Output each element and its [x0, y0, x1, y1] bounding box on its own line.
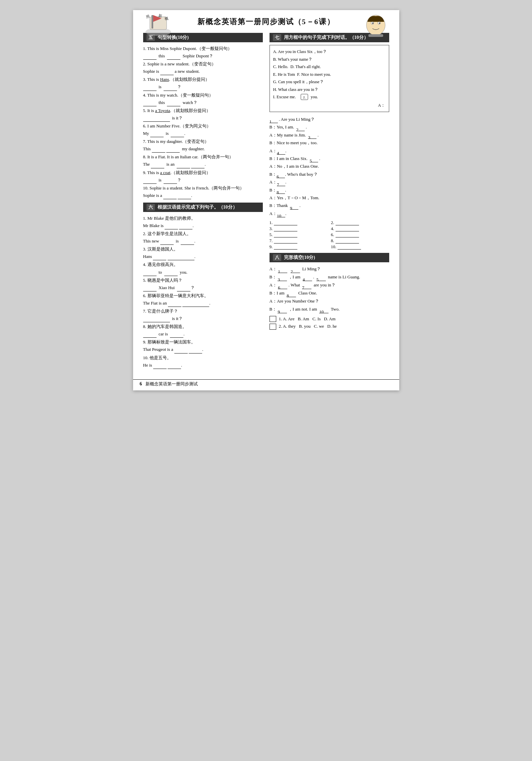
choice-row-2: 2. A. they B. you C. we D. he — [270, 323, 389, 330]
d7-3-blank[interactable]: 3 — [308, 133, 316, 139]
right-column: 七 用方框中的句子完成下列对话。（10分） A. Are you in Clas… — [270, 33, 389, 372]
q6-3-blank2[interactable] — [168, 255, 194, 260]
q5-8-blank3[interactable] — [191, 163, 204, 168]
option-A: A. Are you in Class Six，too？ — [273, 48, 386, 56]
d7-6-blank[interactable]: 6 — [277, 173, 285, 178]
d7-10-blank[interactable]: 10 — [277, 212, 285, 217]
d7-B9: B：Thank 9 . — [270, 202, 389, 209]
d7-9-blank[interactable]: 9 — [290, 204, 298, 210]
c8-3-blank[interactable]: 3 — [278, 276, 287, 281]
q5-3-blank1[interactable] — [143, 86, 157, 91]
q5-6-blank2[interactable] — [171, 132, 184, 137]
q5-1-blank2[interactable] — [167, 54, 180, 60]
q6-2-blank2[interactable] — [181, 239, 194, 245]
ans-7-8-blank[interactable] — [336, 238, 359, 243]
q6-6-blank1[interactable] — [168, 302, 181, 307]
logo-right-icon — [362, 13, 389, 37]
logo-left-icon: 用 新 概 — [143, 13, 173, 37]
q6-6-blank2[interactable] — [182, 302, 209, 307]
q5-1-blank1[interactable] — [143, 54, 157, 60]
choice-2-paren[interactable] — [270, 324, 276, 330]
option-J-box: J. — [301, 94, 308, 100]
q5-2-blank[interactable] — [160, 70, 174, 75]
ans-7-1: 1. — [270, 220, 328, 225]
q6-10-blank2[interactable] — [168, 364, 181, 369]
q5-9-blank1[interactable] — [143, 178, 157, 184]
q5-7-blank1[interactable] — [152, 147, 165, 153]
q6-8-blank1[interactable] — [143, 332, 157, 338]
q6-5-blank1[interactable] — [143, 286, 157, 291]
q6-10: 10. 他是五号。 He is . — [143, 354, 263, 369]
section-7-num: 七 — [273, 34, 281, 41]
q5-6-blank1[interactable] — [150, 132, 164, 137]
d7-4-blank[interactable]: 4 — [277, 149, 285, 155]
ans-7-9-blank[interactable] — [274, 244, 297, 250]
q5-7-blank2[interactable] — [166, 147, 180, 153]
section-6-title: 根据汉语提示完成下列句子。（10分） — [158, 204, 237, 210]
c8-2-blank[interactable]: 2 — [291, 268, 300, 273]
ans-7-3-blank[interactable] — [274, 226, 297, 231]
d7-7-blank[interactable]: 7 — [277, 181, 285, 186]
ans-7-2: 2. — [331, 220, 389, 225]
q5-9-blank2[interactable] — [164, 178, 177, 184]
c8-4-blank[interactable]: 4 — [303, 276, 312, 281]
d7-2-blank[interactable]: 2 — [296, 126, 305, 131]
d7-8-blank[interactable]: 8 — [277, 188, 285, 194]
section-8: 八 完形填空(10分) A： 1 2 Li Ming？ B： 3 ，I am — [270, 253, 389, 330]
footer-title: 新概念英语第一册同步测试 — [145, 381, 198, 387]
ans-7-5-blank[interactable] — [274, 232, 297, 237]
c8-Anum: A：Are you Number One？ — [270, 297, 389, 305]
q6-4-blank1[interactable] — [143, 271, 157, 276]
option-G: G. Can you spell it，please？ — [273, 78, 386, 86]
q6-5-blank2[interactable] — [177, 286, 190, 291]
q5-5-blank[interactable] — [143, 116, 170, 122]
c8-6-blank[interactable]: 6 — [278, 284, 287, 289]
d7-5-blank[interactable]: 5 — [310, 157, 318, 162]
q6-9-blank1[interactable] — [174, 348, 188, 354]
section-7: 七 用方框中的句子完成下列对话。（10分） A. Are you in Clas… — [270, 33, 389, 250]
q6-8-blank2[interactable] — [170, 332, 183, 338]
q5-10-blank1[interactable] — [163, 194, 177, 199]
left-column: 五 句型转换(10分) 1. This is Miss Sophie Dupon… — [143, 33, 263, 372]
q6-2-blank1[interactable] — [160, 239, 174, 245]
ans-7-10-blank[interactable] — [338, 244, 361, 250]
c8-9-blank[interactable]: 9 — [278, 308, 287, 313]
c8-5-blank[interactable]: 5 — [316, 276, 326, 281]
ans-7-6-blank[interactable] — [336, 232, 359, 237]
q5-4-blank2[interactable] — [167, 101, 180, 106]
q6-4-blank2[interactable] — [164, 271, 178, 276]
choice-1-paren[interactable] — [270, 316, 276, 322]
d7-1-blank[interactable]: 1 — [270, 118, 278, 123]
option-B: B. What's your name？ — [273, 56, 386, 63]
c8-1-blank[interactable]: 1 — [278, 268, 287, 273]
q6-9: 9. 那辆标致是一辆法国车。 That Peugeot is a . — [143, 338, 263, 353]
option-H: H. What class are you in？ — [273, 86, 386, 94]
ans-7-9: 9. — [270, 244, 328, 250]
header-title: 新概念英语第一册同步测试（5－6课） — [197, 17, 335, 27]
q6-1-blank2[interactable] — [179, 224, 192, 229]
section-6-header: 六 根据汉语提示完成下列句子。（10分） — [143, 203, 263, 212]
q6-9-blank2[interactable] — [189, 348, 202, 354]
q5-8: 8. It is a Fiat. It is an Italian car.（两… — [143, 153, 263, 168]
q5-8-blank1[interactable] — [151, 163, 164, 168]
c8-7-blank[interactable]: 7 — [302, 284, 311, 289]
footer: 6 新概念英语第一册同步测试 — [133, 379, 399, 387]
d7-B2: B：Yes, I am. 2 . — [270, 123, 389, 131]
q6-1-blank1[interactable] — [165, 224, 178, 229]
ans-7-1-blank[interactable] — [274, 220, 297, 225]
q5-4-blank1[interactable] — [143, 101, 157, 106]
c8-8-blank[interactable]: 8 — [287, 292, 296, 297]
q6-10-blank1[interactable] — [153, 364, 167, 369]
q6-3-blank1[interactable] — [153, 255, 166, 260]
svg-text:新: 新 — [158, 13, 162, 18]
q5-10-blank2[interactable] — [178, 194, 191, 199]
section-8-dialog: A： 1 2 Li Ming？ B： 3 ，I am 4 . 5 name is — [270, 265, 389, 313]
q6-7-blank[interactable] — [143, 317, 170, 322]
q5-8-blank2[interactable] — [177, 163, 190, 168]
ans-7-7-blank[interactable] — [274, 238, 297, 243]
svg-point-10 — [372, 22, 373, 24]
q5-3-blank2[interactable] — [164, 86, 177, 91]
ans-7-4-blank[interactable] — [336, 226, 359, 231]
ans-7-2-blank[interactable] — [336, 220, 359, 225]
c8-10-blank[interactable]: 10 — [319, 308, 329, 313]
